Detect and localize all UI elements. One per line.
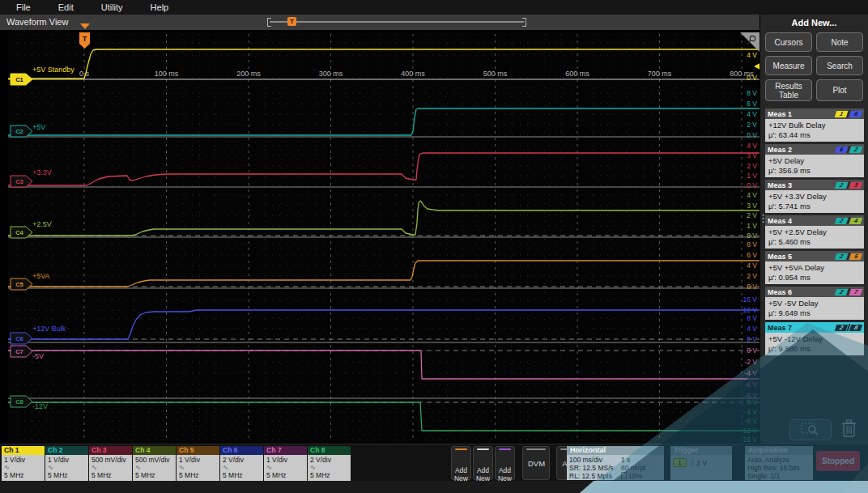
bandwidth-icon: ∿: [135, 464, 176, 471]
channel-bandwidth: 5 MHz: [135, 471, 176, 479]
waveform-trace-C8[interactable]: [8, 402, 760, 431]
channel-scale: 1 V/div: [179, 456, 219, 464]
axis-label: 0 V: [747, 232, 757, 240]
axis-label: 6 V: [747, 100, 757, 108]
search-button[interactable]: Search: [816, 56, 863, 75]
channel-bandwidth: 5 MHz: [4, 471, 45, 479]
menu-utility[interactable]: Utility: [101, 2, 123, 12]
measurement-badge[interactable]: Meas 262+5V Delayµ': 356.9 ms: [765, 144, 864, 177]
waveform-trace-C4[interactable]: [8, 201, 760, 236]
measurement-badge[interactable]: Meas 116+12V Bulk Delayµ': 63.44 ms: [765, 108, 864, 142]
axis-label: -8 V: [744, 417, 757, 425]
measurement-name: Meas 7: [768, 324, 792, 332]
waveform-trace-C6[interactable]: [8, 310, 760, 339]
panel-splitter-grip-icon[interactable]: ⋮: [758, 212, 768, 224]
position-marker-icon: [621, 472, 627, 479]
measurement-badge[interactable]: Meas 728+5V -12V Delayµ': 9.880 ms: [765, 322, 864, 355]
zoom-mode-button[interactable]: [789, 419, 832, 440]
horizontal-scale: 100 ms/div: [569, 456, 621, 464]
channel-name-label: +5V Standby: [32, 66, 74, 74]
menu-file[interactable]: File: [16, 2, 31, 12]
note-button[interactable]: Note: [816, 32, 863, 52]
axis-label: 0 V: [747, 74, 757, 82]
footer-strip: [0, 481, 868, 493]
acquisition-count: Single: 1/1: [747, 472, 811, 480]
acquisition-badge[interactable]: Acquisition Auto, Analyze High Res: 16 b…: [745, 446, 813, 480]
measurement-badge[interactable]: Meas 323+5V +3.3V Delayµ': 5.741 ms: [765, 180, 864, 213]
measurement-name: Meas 4: [768, 217, 792, 225]
menu-help[interactable]: Help: [151, 2, 169, 12]
channel-config-badge[interactable]: Ch 21 V/div∿5 MHz: [45, 446, 88, 480]
channel-config-name: Ch 5: [177, 446, 219, 455]
channel-config-badge[interactable]: Ch 82 V/div∿5 MHz: [308, 446, 351, 480]
trigger-badge[interactable]: Trigger 1 / 2 V: [670, 446, 732, 480]
cursors-button[interactable]: Cursors: [765, 32, 812, 52]
source-chip: 6: [849, 111, 863, 117]
channel-scale: 2 V/div: [223, 456, 263, 464]
overview-trigger-marker[interactable]: T: [287, 17, 296, 26]
axis-label: -12 V: [741, 427, 758, 435]
channel-config-badge[interactable]: Ch 4500 mV/div∿5 MHz: [133, 446, 176, 480]
channel-config-badge[interactable]: Ch 11 V/div∿5 MHz: [2, 446, 45, 480]
axis-label: -4 V: [744, 369, 757, 377]
source-chip: 2: [849, 147, 863, 153]
waveform-plot-area[interactable]: 0 s100 ms200 ms300 ms400 ms500 ms600 ms7…: [8, 32, 760, 444]
measurement-label: +5V +3.3V Delay: [768, 192, 861, 202]
trash-icon: [840, 419, 858, 438]
source-chip: 3: [849, 182, 863, 189]
results-table-button[interactable]: Results Table: [765, 79, 812, 101]
waveform-graticule[interactable]: 0 s100 ms200 ms300 ms400 ms500 ms600 ms7…: [8, 32, 760, 444]
horizontal-badge[interactable]: Horizontal 100 ms/div1 s SR: 12.5 MS/s80…: [567, 446, 664, 480]
trigger-level-arrow-icon[interactable]: [754, 60, 760, 73]
measurement-badge[interactable]: Meas 525+5V +5VA Delayµ': 0.954 ms: [765, 251, 864, 284]
axis-label: 3 V: [747, 202, 757, 210]
bandwidth-icon: ∿: [91, 464, 132, 471]
channel-config-name: Ch 2: [45, 446, 88, 455]
channel-config-badge[interactable]: Ch 62 V/div∿5 MHz: [220, 446, 263, 480]
run-stop-button[interactable]: Stopped: [816, 451, 860, 471]
ref-accent-bar: [477, 448, 489, 450]
channel-scale: 500 mV/div: [135, 456, 176, 464]
oscilloscope-app: File Edit Utility Help Waveform View T 0…: [0, 0, 868, 493]
add-new-ref-button[interactable]: Add New Ref: [473, 446, 493, 480]
add-new-math-button[interactable]: Add New Math: [451, 446, 471, 480]
plot-button[interactable]: Plot: [816, 79, 863, 101]
waveform-trace-C2[interactable]: [8, 108, 760, 135]
channel-config-badge[interactable]: Ch 3500 mV/div∿5 MHz: [89, 446, 132, 480]
channel-name-label: -12V: [32, 402, 48, 410]
axis-label: 1 V: [747, 222, 757, 230]
add-new-bus-button[interactable]: Add New Bus: [495, 446, 515, 480]
axis-label: 8 V: [747, 314, 757, 322]
waveform-trace-C3[interactable]: [8, 153, 760, 185]
waveform-trace-C5[interactable]: [8, 261, 760, 287]
measurement-value: µ': 356.9 ms: [768, 166, 861, 176]
trigger-level: 2 V: [696, 459, 707, 467]
trigger-position-arrow-icon[interactable]: [80, 23, 90, 29]
channel-config-badge[interactable]: Ch 71 V/div∿5 MHz: [264, 446, 307, 480]
channel-config-badge[interactable]: Ch 51 V/div∿5 MHz: [177, 446, 219, 480]
overview-line: [270, 21, 524, 23]
measurement-source-chips: 62: [836, 146, 862, 153]
measurement-value: µ': 9.880 ms: [768, 344, 861, 354]
channel-marker-label: C8: [15, 398, 23, 406]
measurement-badge[interactable]: Meas 627+5V -5V Delayµ': 9.649 ms: [765, 287, 864, 320]
channel-scale: 1 V/div: [4, 456, 45, 464]
measurement-label: +5V -5V Delay: [768, 299, 861, 308]
horizontal-overview-bar[interactable]: T: [267, 17, 526, 28]
axis-label: 8 V: [747, 240, 757, 249]
axis-label: -6 V: [744, 380, 757, 389]
channel-config-name: Ch 6: [220, 446, 263, 455]
dvm-button[interactable]: DVM: [522, 446, 550, 480]
waveform-trace-C7[interactable]: [8, 351, 760, 379]
channel-config-name: Ch 8: [308, 446, 351, 455]
waveform-view-tab[interactable]: Waveform View: [6, 17, 68, 27]
channel-config-name: Ch 3: [89, 446, 132, 455]
axis-label: -2 V: [744, 358, 757, 366]
axis-label: -4 V: [744, 408, 757, 416]
measure-button[interactable]: Measure: [765, 56, 812, 75]
trash-button[interactable]: [838, 419, 861, 440]
measurement-label: +5V +5VA Delay: [768, 263, 861, 273]
measurement-badge[interactable]: Meas 424+5V +2.5V Delayµ': 5.460 ms: [765, 215, 864, 249]
overview-right-bracket[interactable]: [522, 18, 526, 27]
menu-edit[interactable]: Edit: [58, 2, 74, 12]
